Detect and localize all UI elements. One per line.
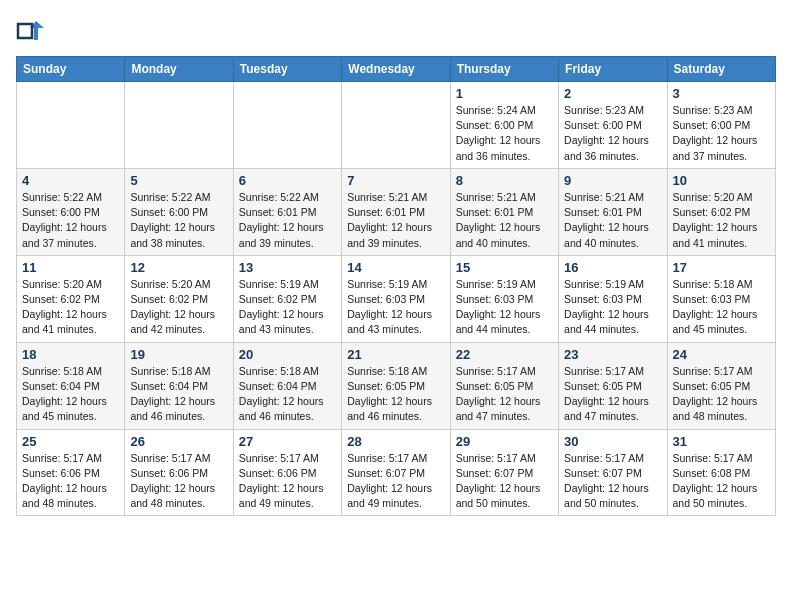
calendar-cell: 29Sunrise: 5:17 AM Sunset: 6:07 PM Dayli… [450, 429, 558, 516]
calendar-table: SundayMondayTuesdayWednesdayThursdayFrid… [16, 56, 776, 516]
calendar-cell: 22Sunrise: 5:17 AM Sunset: 6:05 PM Dayli… [450, 342, 558, 429]
day-info: Sunrise: 5:19 AM Sunset: 6:03 PM Dayligh… [564, 277, 661, 338]
calendar-cell: 23Sunrise: 5:17 AM Sunset: 6:05 PM Dayli… [559, 342, 667, 429]
calendar-cell: 16Sunrise: 5:19 AM Sunset: 6:03 PM Dayli… [559, 255, 667, 342]
day-info: Sunrise: 5:17 AM Sunset: 6:07 PM Dayligh… [347, 451, 444, 512]
calendar-cell: 31Sunrise: 5:17 AM Sunset: 6:08 PM Dayli… [667, 429, 775, 516]
day-number: 25 [22, 434, 119, 449]
logo-icon [16, 16, 44, 44]
calendar-cell: 19Sunrise: 5:18 AM Sunset: 6:04 PM Dayli… [125, 342, 233, 429]
day-info: Sunrise: 5:17 AM Sunset: 6:05 PM Dayligh… [673, 364, 770, 425]
day-number: 26 [130, 434, 227, 449]
calendar-cell: 24Sunrise: 5:17 AM Sunset: 6:05 PM Dayli… [667, 342, 775, 429]
svg-rect-0 [16, 16, 44, 44]
day-number: 10 [673, 173, 770, 188]
day-number: 1 [456, 86, 553, 101]
day-number: 19 [130, 347, 227, 362]
day-info: Sunrise: 5:17 AM Sunset: 6:07 PM Dayligh… [564, 451, 661, 512]
calendar-cell: 15Sunrise: 5:19 AM Sunset: 6:03 PM Dayli… [450, 255, 558, 342]
day-info: Sunrise: 5:19 AM Sunset: 6:03 PM Dayligh… [347, 277, 444, 338]
day-number: 23 [564, 347, 661, 362]
day-info: Sunrise: 5:17 AM Sunset: 6:07 PM Dayligh… [456, 451, 553, 512]
day-info: Sunrise: 5:18 AM Sunset: 6:05 PM Dayligh… [347, 364, 444, 425]
day-info: Sunrise: 5:18 AM Sunset: 6:03 PM Dayligh… [673, 277, 770, 338]
calendar-cell: 30Sunrise: 5:17 AM Sunset: 6:07 PM Dayli… [559, 429, 667, 516]
day-number: 28 [347, 434, 444, 449]
calendar-cell [125, 82, 233, 169]
calendar-week-row: 18Sunrise: 5:18 AM Sunset: 6:04 PM Dayli… [17, 342, 776, 429]
day-info: Sunrise: 5:17 AM Sunset: 6:05 PM Dayligh… [564, 364, 661, 425]
day-info: Sunrise: 5:17 AM Sunset: 6:06 PM Dayligh… [22, 451, 119, 512]
day-number: 31 [673, 434, 770, 449]
day-info: Sunrise: 5:17 AM Sunset: 6:06 PM Dayligh… [239, 451, 336, 512]
logo [16, 16, 46, 44]
calendar-week-row: 1Sunrise: 5:24 AM Sunset: 6:00 PM Daylig… [17, 82, 776, 169]
calendar-cell [17, 82, 125, 169]
day-info: Sunrise: 5:18 AM Sunset: 6:04 PM Dayligh… [239, 364, 336, 425]
calendar-cell: 2Sunrise: 5:23 AM Sunset: 6:00 PM Daylig… [559, 82, 667, 169]
day-number: 24 [673, 347, 770, 362]
day-info: Sunrise: 5:21 AM Sunset: 6:01 PM Dayligh… [456, 190, 553, 251]
calendar-cell: 4Sunrise: 5:22 AM Sunset: 6:00 PM Daylig… [17, 168, 125, 255]
calendar-cell: 7Sunrise: 5:21 AM Sunset: 6:01 PM Daylig… [342, 168, 450, 255]
day-info: Sunrise: 5:18 AM Sunset: 6:04 PM Dayligh… [130, 364, 227, 425]
calendar-cell: 3Sunrise: 5:23 AM Sunset: 6:00 PM Daylig… [667, 82, 775, 169]
day-info: Sunrise: 5:22 AM Sunset: 6:00 PM Dayligh… [130, 190, 227, 251]
calendar-cell: 6Sunrise: 5:22 AM Sunset: 6:01 PM Daylig… [233, 168, 341, 255]
weekday-header: Monday [125, 57, 233, 82]
calendar-cell: 5Sunrise: 5:22 AM Sunset: 6:00 PM Daylig… [125, 168, 233, 255]
calendar-cell [233, 82, 341, 169]
calendar-cell: 21Sunrise: 5:18 AM Sunset: 6:05 PM Dayli… [342, 342, 450, 429]
day-info: Sunrise: 5:21 AM Sunset: 6:01 PM Dayligh… [564, 190, 661, 251]
day-number: 11 [22, 260, 119, 275]
day-number: 12 [130, 260, 227, 275]
day-number: 5 [130, 173, 227, 188]
calendar-cell: 8Sunrise: 5:21 AM Sunset: 6:01 PM Daylig… [450, 168, 558, 255]
day-info: Sunrise: 5:20 AM Sunset: 6:02 PM Dayligh… [22, 277, 119, 338]
day-number: 9 [564, 173, 661, 188]
day-number: 21 [347, 347, 444, 362]
day-info: Sunrise: 5:23 AM Sunset: 6:00 PM Dayligh… [673, 103, 770, 164]
day-info: Sunrise: 5:20 AM Sunset: 6:02 PM Dayligh… [673, 190, 770, 251]
weekday-header: Saturday [667, 57, 775, 82]
calendar-cell: 12Sunrise: 5:20 AM Sunset: 6:02 PM Dayli… [125, 255, 233, 342]
day-info: Sunrise: 5:17 AM Sunset: 6:05 PM Dayligh… [456, 364, 553, 425]
weekday-header: Thursday [450, 57, 558, 82]
day-info: Sunrise: 5:23 AM Sunset: 6:00 PM Dayligh… [564, 103, 661, 164]
day-number: 2 [564, 86, 661, 101]
calendar-week-row: 11Sunrise: 5:20 AM Sunset: 6:02 PM Dayli… [17, 255, 776, 342]
day-number: 20 [239, 347, 336, 362]
day-info: Sunrise: 5:20 AM Sunset: 6:02 PM Dayligh… [130, 277, 227, 338]
page-header [16, 16, 776, 44]
calendar-cell: 9Sunrise: 5:21 AM Sunset: 6:01 PM Daylig… [559, 168, 667, 255]
calendar-cell [342, 82, 450, 169]
day-number: 4 [22, 173, 119, 188]
day-number: 17 [673, 260, 770, 275]
calendar-cell: 20Sunrise: 5:18 AM Sunset: 6:04 PM Dayli… [233, 342, 341, 429]
calendar-cell: 11Sunrise: 5:20 AM Sunset: 6:02 PM Dayli… [17, 255, 125, 342]
calendar-cell: 28Sunrise: 5:17 AM Sunset: 6:07 PM Dayli… [342, 429, 450, 516]
day-number: 29 [456, 434, 553, 449]
day-info: Sunrise: 5:17 AM Sunset: 6:08 PM Dayligh… [673, 451, 770, 512]
weekday-header: Tuesday [233, 57, 341, 82]
day-info: Sunrise: 5:21 AM Sunset: 6:01 PM Dayligh… [347, 190, 444, 251]
calendar-cell: 1Sunrise: 5:24 AM Sunset: 6:00 PM Daylig… [450, 82, 558, 169]
day-info: Sunrise: 5:19 AM Sunset: 6:03 PM Dayligh… [456, 277, 553, 338]
day-number: 15 [456, 260, 553, 275]
calendar-cell: 27Sunrise: 5:17 AM Sunset: 6:06 PM Dayli… [233, 429, 341, 516]
weekday-header: Friday [559, 57, 667, 82]
day-number: 6 [239, 173, 336, 188]
calendar-cell: 14Sunrise: 5:19 AM Sunset: 6:03 PM Dayli… [342, 255, 450, 342]
day-number: 16 [564, 260, 661, 275]
day-number: 30 [564, 434, 661, 449]
day-info: Sunrise: 5:17 AM Sunset: 6:06 PM Dayligh… [130, 451, 227, 512]
calendar-cell: 18Sunrise: 5:18 AM Sunset: 6:04 PM Dayli… [17, 342, 125, 429]
day-info: Sunrise: 5:18 AM Sunset: 6:04 PM Dayligh… [22, 364, 119, 425]
day-number: 22 [456, 347, 553, 362]
weekday-header: Sunday [17, 57, 125, 82]
day-number: 8 [456, 173, 553, 188]
calendar-cell: 26Sunrise: 5:17 AM Sunset: 6:06 PM Dayli… [125, 429, 233, 516]
calendar-cell: 17Sunrise: 5:18 AM Sunset: 6:03 PM Dayli… [667, 255, 775, 342]
day-number: 3 [673, 86, 770, 101]
calendar-week-row: 25Sunrise: 5:17 AM Sunset: 6:06 PM Dayli… [17, 429, 776, 516]
